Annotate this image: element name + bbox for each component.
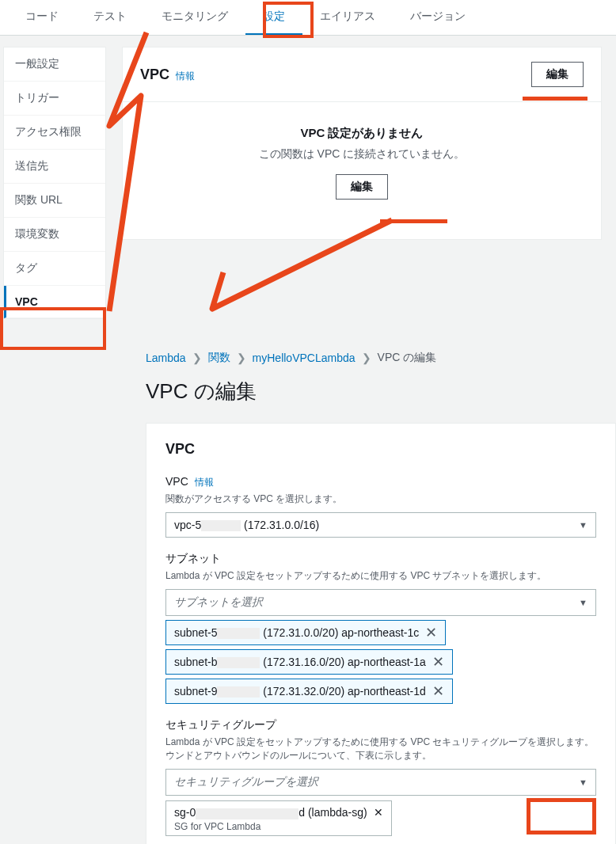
remove-icon[interactable]: ✕ <box>432 655 444 669</box>
sidebar-item-env-vars[interactable]: 環境変数 <box>4 218 105 252</box>
tab-test[interactable]: テスト <box>76 0 144 35</box>
form-panel-title: VPC <box>165 441 596 458</box>
tab-version[interactable]: バージョン <box>393 0 483 35</box>
vpc-select-value-prefix: vpc-5 <box>174 519 201 531</box>
breadcrumb-function-name[interactable]: myHelloVPCLambda <box>253 352 356 364</box>
edit-button-center[interactable]: 編集 <box>336 174 388 200</box>
sidebar-item-triggers[interactable]: トリガー <box>4 82 105 116</box>
edit-button-top[interactable]: 編集 <box>531 62 584 87</box>
subnet-field-label: サブネット <box>165 552 596 566</box>
subnet-chip: subnet-9 (172.31.32.0/20) ap-northeast-1… <box>165 679 453 704</box>
sidebar-item-tags[interactable]: タグ <box>4 252 105 286</box>
breadcrumb-lambda[interactable]: Lambda <box>146 352 186 364</box>
vpc-field-desc: 関数がアクセスする VPC を選択します。 <box>165 492 596 506</box>
redacted <box>196 808 298 819</box>
tab-settings[interactable]: 設定 <box>245 0 302 35</box>
vpc-panel-title: VPC <box>140 67 169 82</box>
redacted <box>217 628 260 639</box>
tab-code[interactable]: コード <box>8 0 76 35</box>
breadcrumb-functions[interactable]: 関数 <box>208 351 230 365</box>
redacted <box>201 520 241 531</box>
vpc-select-value-suffix: (172.31.0.0/16) <box>241 519 319 531</box>
sg-select[interactable]: セキュリティグループを選択 ▼ <box>165 769 596 796</box>
sidebar-item-permissions[interactable]: アクセス権限 <box>4 116 105 150</box>
sidebar-item-destinations[interactable]: 送信先 <box>4 150 105 184</box>
subnet-chip-suffix: (172.31.16.0/20) ap-northeast-1a <box>260 656 425 668</box>
remove-icon[interactable]: ✕ <box>432 684 444 698</box>
sidebar-item-function-url[interactable]: 関数 URL <box>4 184 105 218</box>
chevron-down-icon: ▼ <box>579 598 587 607</box>
sg-field-desc: Lambda が VPC 設定をセットアップするために使用する VPC セキュリ… <box>165 736 596 762</box>
subnet-chip-prefix: subnet-b <box>174 656 217 668</box>
vpc-info-link[interactable]: 情報 <box>176 70 195 82</box>
sidebar-item-general[interactable]: 一般設定 <box>4 48 105 82</box>
sg-chip-prefix: sg-0 <box>174 806 196 819</box>
sg-chip-suffix: d (lambda-sg) <box>298 806 367 819</box>
remove-icon[interactable]: ✕ <box>374 806 383 819</box>
settings-sidebar: 一般設定 トリガー アクセス権限 送信先 関数 URL 環境変数 タグ VPC <box>3 47 106 319</box>
chevron-down-icon: ▼ <box>579 777 587 787</box>
subnet-chip-prefix: subnet-9 <box>174 685 217 698</box>
subnet-chip-prefix: subnet-5 <box>174 626 217 639</box>
tab-alias[interactable]: エイリアス <box>302 0 393 35</box>
subnet-chip-suffix: (172.31.0.0/20) ap-northeast-1c <box>260 626 419 639</box>
subnet-select-placeholder: サブネットを選択 <box>174 595 263 610</box>
tab-monitoring[interactable]: モニタリング <box>144 0 245 35</box>
sg-select-placeholder: セキュリティグループを選択 <box>174 775 318 789</box>
vpc-panel: VPC 情報 編集 VPC 設定がありません この関数は VPC に接続されてい… <box>122 47 602 240</box>
sidebar-item-vpc[interactable]: VPC <box>4 286 105 318</box>
breadcrumb: Lambda ❯ 関数 ❯ myHelloVPCLambda ❯ VPC の編集 <box>146 335 616 373</box>
redacted <box>217 657 260 668</box>
chevron-down-icon: ▼ <box>579 520 587 530</box>
vpc-field-info-link[interactable]: 情報 <box>195 477 214 488</box>
sg-field-label: セキュリティグループ <box>165 718 596 732</box>
remove-icon[interactable]: ✕ <box>425 625 437 640</box>
chevron-right-icon: ❯ <box>362 352 371 364</box>
vpc-select[interactable]: vpc-5 (172.31.0.0/16) ▼ <box>165 512 596 538</box>
vpc-edit-form: VPC VPC 情報 関数がアクセスする VPC を選択します。 vpc-5 (… <box>146 423 616 844</box>
vpc-empty-title: VPC 設定がありません <box>139 126 585 141</box>
main-tabs: コード テスト モニタリング 設定 エイリアス バージョン <box>0 0 616 36</box>
redacted <box>217 686 260 698</box>
subnet-chip: subnet-b (172.31.16.0/20) ap-northeast-1… <box>165 649 453 675</box>
sg-chip-desc: SG for VPC Lambda <box>174 821 383 832</box>
breadcrumb-current: VPC の編集 <box>378 351 437 365</box>
chevron-right-icon: ❯ <box>192 352 202 364</box>
vpc-empty-desc: この関数は VPC に接続されていません。 <box>139 147 585 162</box>
vpc-field-label: VPC <box>165 475 188 488</box>
subnet-field-desc: Lambda が VPC 設定をセットアップするために使用する VPC サブネッ… <box>165 569 596 583</box>
page-title: VPC の編集 <box>146 378 616 405</box>
sg-chip: sg-0d (lambda-sg) ✕ SG for VPC Lambda <box>165 800 392 835</box>
chevron-right-icon: ❯ <box>237 352 246 364</box>
subnet-chip: subnet-5 (172.31.0.0/20) ap-northeast-1c… <box>165 620 446 645</box>
subnet-select[interactable]: サブネットを選択 ▼ <box>165 589 596 616</box>
subnet-chip-suffix: (172.31.32.0/20) ap-northeast-1d <box>260 685 425 698</box>
